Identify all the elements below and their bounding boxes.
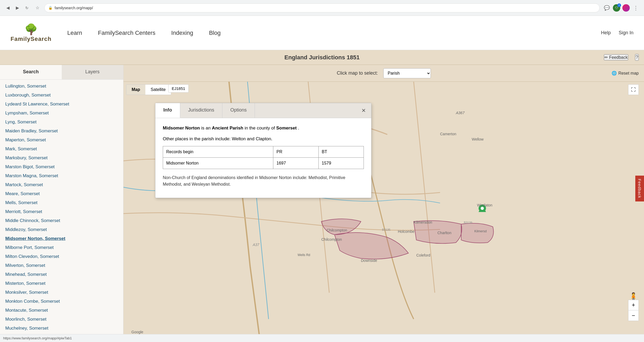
list-item[interactable]: Marksbury, Somerset: [0, 153, 123, 162]
fs-logo: 🌳 FamilySearch: [11, 23, 51, 42]
map-zoom-controls: + −: [628, 300, 639, 321]
menu-button[interactable]: ⋮: [632, 4, 640, 12]
map-area[interactable]: Click map to select: Parish Township Cou…: [123, 65, 644, 342]
fullscreen-icon: ⛶: [631, 87, 636, 93]
list-item[interactable]: Lydeard St Lawrence, Somerset: [0, 100, 123, 109]
list-item[interactable]: Monksilver, Somerset: [0, 288, 123, 297]
help-button[interactable]: ?: [635, 54, 639, 61]
map-label-wells-rd: Wells Rd: [298, 253, 310, 257]
sign-in-link[interactable]: Sign In: [619, 30, 633, 36]
map-label-chilcompton2: Chilcompton: [321, 237, 342, 242]
list-item[interactable]: Meare, Somerset: [0, 189, 123, 198]
map-label-a37: A37: [253, 243, 259, 247]
popup-tab-info[interactable]: Info: [155, 103, 180, 118]
list-item-active[interactable]: Midsomer Norton, Somerset: [0, 234, 123, 243]
list-item[interactable]: Moorlinch, Somerset: [0, 315, 123, 324]
tab-search[interactable]: Search: [0, 65, 62, 79]
list-item[interactable]: Marston Magna, Somerset: [0, 171, 123, 180]
list-item[interactable]: Milverton, Somerset: [0, 261, 123, 270]
feedback-side-area: Feedback: [635, 176, 644, 201]
popup-body: Midsomer Norton is an Ancient Parish in …: [155, 118, 371, 198]
table-header-row: Records begin PR BT: [163, 146, 364, 158]
list-item[interactable]: Maiden Bradley, Somerset: [0, 127, 123, 136]
popup-description: Midsomer Norton is an Ancient Parish in …: [163, 124, 364, 132]
popup-close-button[interactable]: ✕: [356, 103, 371, 118]
list-item[interactable]: Middlezoy, Somerset: [0, 225, 123, 234]
popup-tab-jurisdictions[interactable]: Jurisdictions: [180, 103, 222, 118]
feedback-side-tab[interactable]: Feedback: [635, 176, 644, 201]
list-item[interactable]: Milton Clevedon, Somerset: [0, 252, 123, 261]
sidebar-list: Lullington, Somerset Luxborough, Somerse…: [0, 80, 123, 342]
page-title: England Jurisdictions 1851: [284, 54, 360, 61]
feedback-button[interactable]: ✏ Feedback: [604, 54, 628, 60]
zoom-in-button[interactable]: +: [628, 300, 639, 310]
forward-button[interactable]: ▶: [14, 4, 21, 12]
list-item[interactable]: Martock, Somerset: [0, 180, 123, 189]
list-item[interactable]: Marston Bigot, Somerset: [0, 162, 123, 171]
help-link[interactable]: Help: [601, 30, 611, 36]
map-label-a367: A367: [456, 111, 465, 115]
table-data-row: Midsomer Norton 1697 1579: [163, 157, 364, 169]
zoom-out-button[interactable]: −: [628, 310, 639, 321]
map-type-map[interactable]: Map: [126, 85, 145, 95]
in-county-text: in the county of: [245, 126, 276, 131]
list-item[interactable]: Maperton, Somerset: [0, 136, 123, 144]
chat-button[interactable]: 💬: [603, 4, 611, 12]
map-label-holcombe: Holcombe: [398, 229, 414, 234]
ej-badge: EJ1851: [168, 84, 189, 93]
cell-pr-year: 1697: [273, 157, 318, 169]
map-type-satellite[interactable]: Satellite: [145, 85, 171, 95]
sidebar-tabs: Search Layers: [0, 65, 123, 80]
browser-chrome: ◀ ▶ ↻ ☆ 🔒 familysearch.org/mapp/ 💬 🛡 2 ⋮: [0, 0, 644, 16]
popup-tab-options[interactable]: Options: [222, 103, 255, 118]
address-bar[interactable]: 🔒 familysearch.org/mapp/: [44, 3, 600, 12]
map-label-chilcompton1: Chilcompton: [327, 228, 347, 232]
col-records-begin: Records begin: [163, 146, 273, 158]
tab-layers[interactable]: Layers: [62, 65, 123, 79]
list-item[interactable]: Monkton Combe, Somerset: [0, 297, 123, 306]
list-item[interactable]: Mark, Somerset: [0, 144, 123, 153]
county-name: Somerset: [276, 126, 297, 131]
logo-text: FamilySearch: [11, 36, 51, 42]
reload-button[interactable]: ↻: [23, 4, 31, 12]
list-item[interactable]: Minehead, Somerset: [0, 270, 123, 279]
list-item[interactable]: Lympsham, Somerset: [0, 109, 123, 118]
map-background[interactable]: Map Satellite EJ1851 Bath Rd A367 Paulto…: [123, 82, 644, 342]
parish-select[interactable]: Parish Township County Country: [383, 68, 431, 78]
list-item[interactable]: Merriott, Somerset: [0, 207, 123, 216]
list-item[interactable]: Lyng, Somerset: [0, 118, 123, 127]
list-item[interactable]: Milborne Port, Somerset: [0, 243, 123, 252]
reset-map-button[interactable]: 🌐 Reset map: [612, 71, 639, 76]
fullscreen-button[interactable]: ⛶: [628, 84, 639, 95]
url-text: familysearch.org/mapp/: [55, 6, 93, 10]
back-button[interactable]: ◀: [4, 4, 12, 12]
lock-icon: 🔒: [48, 6, 53, 10]
list-item[interactable]: Mells, Somerset: [0, 198, 123, 207]
list-item[interactable]: Misterton, Somerset: [0, 279, 123, 288]
parish-type: Ancient Parish: [212, 126, 243, 131]
map-label-charlton: Charlton: [437, 231, 451, 235]
nav-buttons: ◀ ▶ ↻: [4, 4, 31, 12]
bookmark-button[interactable]: ☆: [34, 4, 41, 12]
status-bar: https://www.familysearch.org/mapp/#piwTa…: [0, 334, 644, 342]
map-label-wintlaton: Wintlaton: [477, 203, 492, 207]
fs-header: 🌳 FamilySearch Learn FamilySearch Center…: [0, 16, 644, 50]
list-item[interactable]: Muchelney, Somerset: [0, 324, 123, 333]
map-type-buttons: Map Satellite: [126, 84, 171, 95]
profile-icon[interactable]: [622, 4, 630, 12]
popup-header: Info Jurisdictions Options ✕: [155, 103, 371, 118]
list-item[interactable]: Middle Chinnock, Somerset: [0, 216, 123, 225]
cell-bt-year: 1579: [318, 157, 364, 169]
click-map-label: Click map to select:: [337, 70, 378, 76]
nav-learn[interactable]: Learn: [67, 30, 82, 36]
list-item[interactable]: Montacute, Somerset: [0, 306, 123, 315]
extensions-icon[interactable]: 🛡 2: [613, 4, 620, 12]
google-watermark: Google: [131, 330, 143, 334]
list-item[interactable]: Lullington, Somerset: [0, 82, 123, 91]
page-title-bar: England Jurisdictions 1851 ✏ Feedback ?: [0, 50, 644, 65]
fs-nav: Learn FamilySearch Centers Indexing Blog: [67, 30, 221, 36]
list-item[interactable]: Luxborough, Somerset: [0, 91, 123, 100]
nav-indexing[interactable]: Indexing: [171, 30, 193, 36]
nav-blog[interactable]: Blog: [209, 30, 221, 36]
nav-familysearch-centers[interactable]: FamilySearch Centers: [98, 30, 155, 36]
